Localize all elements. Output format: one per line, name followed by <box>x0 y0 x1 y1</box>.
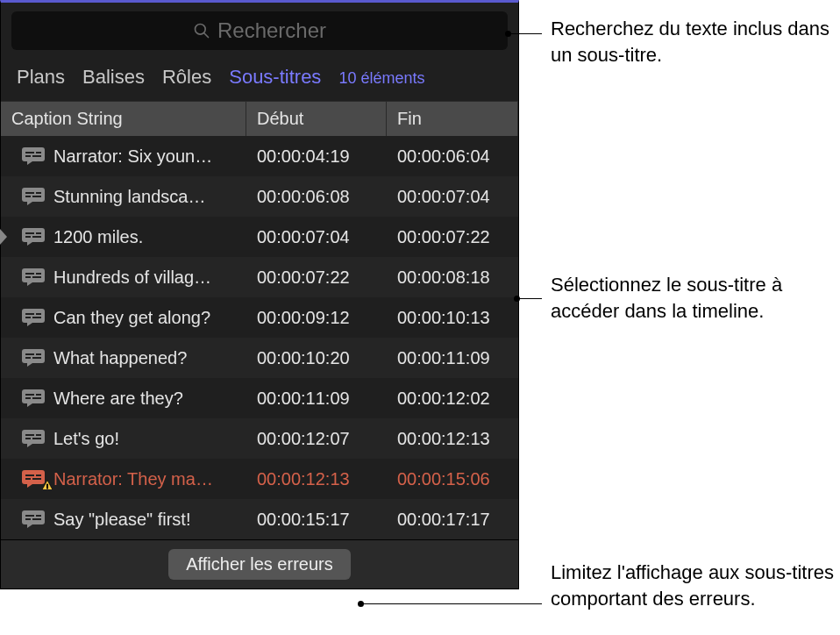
svg-rect-33 <box>25 394 34 396</box>
caption-text: Where are they? <box>53 389 183 409</box>
callout-line-select <box>516 298 542 299</box>
svg-rect-27 <box>22 349 45 363</box>
cell-start: 00:00:15:17 <box>246 510 387 530</box>
table-row[interactable]: Say "please" first!00:00:15:1700:00:17:1… <box>1 499 518 539</box>
caption-icon <box>22 349 45 367</box>
caption-icon <box>22 188 45 205</box>
svg-rect-18 <box>25 273 34 275</box>
svg-rect-21 <box>32 276 41 278</box>
svg-rect-41 <box>32 438 41 439</box>
caption-icon <box>22 147 45 165</box>
tab-roles[interactable]: Rôles <box>162 66 211 89</box>
cell-end: 00:00:06:04 <box>387 146 518 167</box>
svg-rect-31 <box>32 357 41 359</box>
table-row[interactable]: Stunning landsca…00:00:06:0800:00:07:04 <box>1 176 518 217</box>
svg-rect-52 <box>25 518 31 520</box>
cell-end: 00:00:10:13 <box>387 308 518 328</box>
search-icon <box>193 22 210 39</box>
caption-text: Let's go! <box>53 429 119 449</box>
svg-rect-3 <box>25 152 34 153</box>
svg-rect-7 <box>22 188 45 202</box>
cell-start: 00:00:06:08 <box>246 187 387 207</box>
svg-rect-30 <box>25 357 31 359</box>
table-row[interactable]: Narrator: They ma…00:00:12:1300:00:15:06 <box>1 459 518 499</box>
column-header-start[interactable]: Début <box>246 102 387 136</box>
svg-rect-49 <box>22 510 45 524</box>
svg-rect-6 <box>32 155 41 157</box>
tab-sous-titres[interactable]: Sous-titres <box>229 66 321 89</box>
svg-rect-40 <box>25 438 31 439</box>
table-body: Narrator: Six youn…00:00:04:1900:00:06:0… <box>1 136 518 539</box>
table-row[interactable]: What happened?00:00:10:2000:00:11:09 <box>1 338 518 378</box>
svg-rect-13 <box>25 232 34 234</box>
caption-text: Say "please" first! <box>53 510 190 530</box>
caption-icon <box>22 309 45 326</box>
svg-rect-50 <box>25 515 34 517</box>
caption-text: Can they get along? <box>53 308 210 328</box>
svg-rect-4 <box>36 152 41 153</box>
cell-end: 00:00:08:18 <box>387 268 518 288</box>
tab-balises[interactable]: Balises <box>82 66 145 89</box>
svg-rect-37 <box>22 430 45 444</box>
playhead-indicator-icon <box>0 229 9 245</box>
caption-text: Narrator: Six youn… <box>53 146 212 167</box>
cell-start: 00:00:11:09 <box>246 389 387 409</box>
table-row[interactable]: Let's go!00:00:12:0700:00:12:13 <box>1 418 518 459</box>
svg-rect-5 <box>25 155 31 157</box>
column-header-caption[interactable]: Caption String <box>1 102 246 136</box>
caption-text: Stunning landsca… <box>53 187 205 207</box>
svg-rect-28 <box>25 353 34 355</box>
svg-rect-38 <box>25 434 34 436</box>
svg-rect-8 <box>25 192 34 194</box>
cell-start: 00:00:07:04 <box>246 227 387 247</box>
caption-error-icon <box>22 470 45 488</box>
svg-rect-43 <box>25 474 34 476</box>
svg-rect-10 <box>25 196 31 197</box>
svg-rect-36 <box>32 397 41 399</box>
caption-icon <box>22 430 45 447</box>
caption-icon <box>22 510 45 528</box>
table-row[interactable]: Can they get along?00:00:09:1200:00:10:1… <box>1 297 518 338</box>
svg-rect-14 <box>36 232 41 234</box>
svg-rect-53 <box>32 518 41 520</box>
svg-rect-26 <box>32 317 41 318</box>
svg-rect-2 <box>22 147 45 161</box>
tab-plans[interactable]: Plans <box>17 66 65 89</box>
svg-rect-15 <box>25 236 31 238</box>
svg-rect-19 <box>36 273 41 275</box>
caption-text: Hundreds of villag… <box>53 268 211 288</box>
caption-icon <box>22 389 45 407</box>
cell-end: 00:00:12:13 <box>387 429 518 449</box>
svg-rect-12 <box>22 228 45 242</box>
cell-end: 00:00:12:02 <box>387 389 518 409</box>
caption-icon <box>22 228 45 246</box>
svg-rect-11 <box>32 196 41 197</box>
svg-rect-47 <box>46 484 48 489</box>
cell-start: 00:00:12:13 <box>246 469 387 489</box>
svg-rect-16 <box>32 236 41 238</box>
table-row[interactable]: 1200 miles.00:00:07:0400:00:07:22 <box>1 217 518 257</box>
search-placeholder: Rechercher <box>217 18 326 43</box>
table-row[interactable]: Where are they?00:00:11:0900:00:12:02 <box>1 378 518 418</box>
cell-end: 00:00:11:09 <box>387 348 518 368</box>
captions-panel: Rechercher Plans Balises Rôles Sous-titr… <box>0 0 519 589</box>
search-input[interactable]: Rechercher <box>11 11 508 50</box>
cell-start: 00:00:10:20 <box>246 348 387 368</box>
warning-icon <box>36 479 48 489</box>
table-row[interactable]: Narrator: Six youn…00:00:04:1900:00:06:0… <box>1 136 518 176</box>
caption-icon <box>22 268 45 286</box>
cell-start: 00:00:09:12 <box>246 308 387 328</box>
tab-item-count: 10 éléments <box>338 69 424 88</box>
annotation-search: Recherchez du texte inclus dans un sous-… <box>551 16 840 68</box>
column-header-end[interactable]: Fin <box>387 102 518 136</box>
table-row[interactable]: Hundreds of villag…00:00:07:2200:00:08:1… <box>1 257 518 297</box>
show-errors-button[interactable]: Afficher les erreurs <box>168 549 350 580</box>
svg-rect-17 <box>22 268 45 282</box>
cell-start: 00:00:07:22 <box>246 268 387 288</box>
svg-rect-34 <box>36 394 41 396</box>
svg-rect-20 <box>25 276 31 278</box>
svg-rect-44 <box>36 474 41 476</box>
annotation-select: Sélectionnez le sous-titre à accéder dan… <box>551 272 840 324</box>
callout-line-search <box>507 33 542 34</box>
cell-end: 00:00:07:22 <box>387 227 518 247</box>
